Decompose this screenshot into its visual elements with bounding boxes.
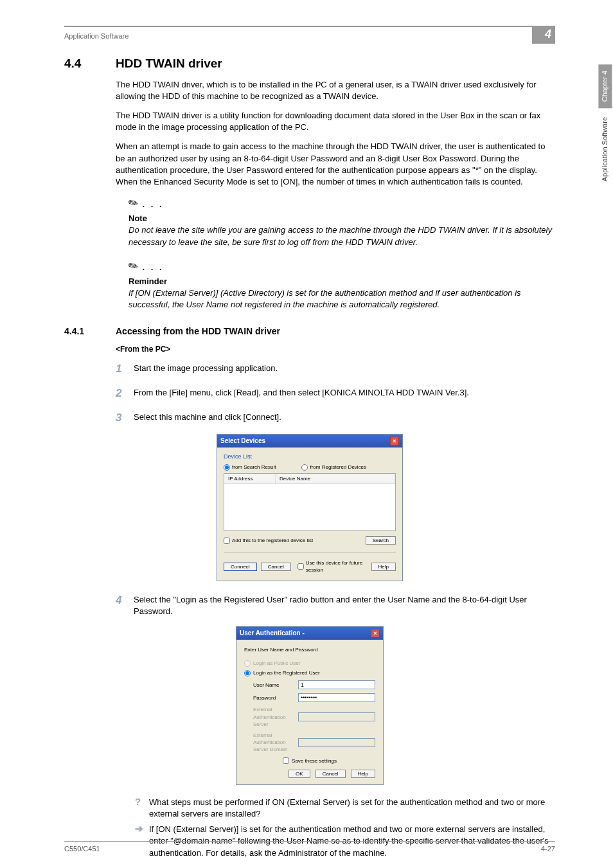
reminder-body: If [ON (External Server)] (Active Direct… [129, 287, 555, 311]
user-name-input[interactable] [298, 680, 375, 689]
reminder-title: Reminder [129, 276, 555, 287]
steps-list: 1Start the image processing application.… [116, 361, 555, 425]
ok-button[interactable]: OK [289, 770, 310, 778]
help-button[interactable]: Help [351, 770, 375, 778]
connect-button[interactable]: Connect [224, 563, 257, 571]
subsection-heading: 4.4.1 Accessing from the HDD TWAIN drive… [64, 325, 555, 338]
ext-auth-server-label: External Authentication Server [253, 706, 298, 728]
dots-icon: . . . [138, 262, 164, 272]
help-button[interactable]: Help [371, 563, 396, 571]
select-devices-dialog: Select Devices × Device List from Search… [217, 434, 403, 581]
password-input[interactable] [298, 693, 375, 702]
subsection-title: Accessing from the HDD TWAIN driver [116, 325, 280, 338]
pencil-icon: ✎ [125, 257, 142, 276]
section-title: HDD TWAIN driver [116, 55, 222, 73]
side-tab: Chapter 4 Application Software [598, 64, 613, 514]
footer-left: C550/C451 [64, 844, 100, 854]
col-device-name: Device Name [276, 474, 395, 484]
add-to-registered-checkbox[interactable]: Add this to the registered device list [224, 537, 313, 544]
note-callout: ✎ . . . Note Do not leave the site while… [129, 195, 555, 248]
paragraph-2: The HDD TWAIN driver is a utility functi… [116, 110, 555, 133]
device-table[interactable]: IP Address Device Name [224, 473, 396, 531]
auth-prompt: Enter User Name and Password [244, 646, 375, 653]
pencil-icon: ✎ [125, 194, 142, 213]
paragraph-1: The HDD TWAIN driver, which is to be ins… [116, 79, 555, 102]
note-title: Note [129, 213, 555, 224]
step-3: 3Select this machine and click [Connect]… [116, 410, 555, 426]
chapter-number-tab: 4 [532, 27, 555, 44]
reminder-callout: ✎ . . . Reminder If [ON (External Server… [129, 258, 555, 311]
cancel-button[interactable]: Cancel [315, 770, 346, 778]
procedure-context: <From the PC> [116, 344, 555, 355]
close-icon[interactable]: × [371, 629, 380, 638]
device-list-group-label: Device List [224, 453, 396, 461]
login-registered-radio[interactable]: Login as the Registered User [244, 669, 375, 676]
side-section-label: Application Software [598, 108, 612, 190]
question-icon: ? [135, 797, 149, 820]
steps-list-continued: 4Select the "Login as the Registered Use… [116, 593, 555, 617]
footer-right: 4-27 [541, 844, 555, 854]
step-4: 4Select the "Login as the Registered Use… [116, 593, 555, 617]
user-authentication-dialog: User Authentication - × Enter User Name … [236, 626, 384, 785]
dialog-titlebar: Select Devices × [217, 435, 402, 448]
from-search-result-radio[interactable]: from Search Result [224, 464, 276, 471]
dialog-title: User Authentication - [240, 629, 305, 638]
section-number: 4.4 [64, 55, 116, 73]
step-1: 1Start the image processing application. [116, 361, 555, 377]
password-label: Password [253, 694, 298, 701]
question-text: What steps must be performed if ON (Exte… [149, 797, 555, 820]
note-body: Do not leave the site while you are gain… [129, 224, 555, 248]
cancel-button[interactable]: Cancel [261, 563, 291, 571]
ext-auth-domain-input [298, 738, 375, 747]
from-registered-devices-radio[interactable]: from Registered Devices [301, 464, 366, 471]
page-header: Application Software 4 [64, 26, 555, 44]
step-2: 2From the [File] menu, click [Read], and… [116, 386, 555, 401]
search-button[interactable]: Search [366, 536, 396, 545]
subsection-number: 4.4.1 [64, 325, 116, 338]
close-icon[interactable]: × [390, 437, 399, 446]
save-settings-checkbox[interactable]: Save these settings [244, 757, 375, 764]
side-chapter-label: Chapter 4 [598, 64, 612, 108]
dialog-titlebar: User Authentication - × [236, 627, 383, 640]
user-name-label: User Name [253, 682, 298, 689]
dialog-title: Select Devices [220, 437, 265, 446]
ext-auth-server-input [298, 712, 375, 721]
section-heading: 4.4 HDD TWAIN driver [64, 55, 555, 73]
login-public-radio: Login as Public User [244, 660, 375, 667]
paragraph-3: When an attempt is made to gain access t… [116, 141, 555, 188]
col-ip-address: IP Address [224, 474, 276, 484]
dots-icon: . . . [138, 199, 164, 209]
header-left: Application Software [64, 29, 129, 41]
ext-auth-domain-label: External Authentication Server Domain [253, 732, 298, 754]
page-footer: C550/C451 4-27 [64, 841, 555, 854]
use-for-future-checkbox[interactable]: Use this device for future session [298, 559, 364, 574]
